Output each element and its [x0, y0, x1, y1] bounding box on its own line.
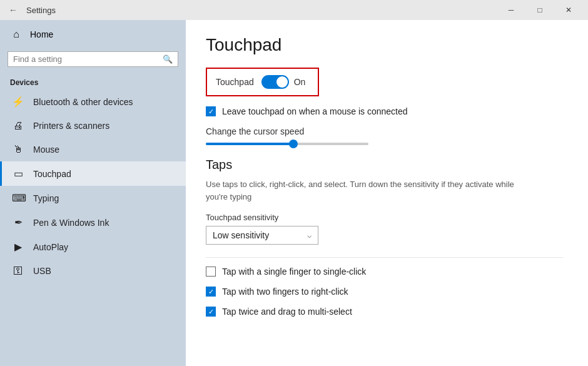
- tap-twice-checkbox[interactable]: ✓: [206, 307, 216, 317]
- divider: [206, 257, 563, 258]
- search-box[interactable]: 🔍: [8, 51, 178, 67]
- leave-touchpad-check-icon: ✓: [208, 108, 214, 116]
- sidebar-item-typing[interactable]: ⌨ Typing: [0, 186, 186, 210]
- sensitivity-value: Low sensitivity: [213, 230, 269, 240]
- slider-filled: [206, 143, 293, 145]
- tap-twice-label: Tap twice and drag to multi-select: [222, 307, 352, 317]
- tap-two-label: Tap with two fingers to right-click: [222, 287, 348, 297]
- tap-single-row: Tap with a single finger to single-click: [206, 267, 563, 277]
- taps-title: Taps: [206, 158, 563, 172]
- title-bar: ← Settings ─ □ ✕: [0, 0, 588, 20]
- cursor-speed-label: Change the cursor speed: [206, 126, 563, 136]
- sidebar-item-touchpad[interactable]: ▭ Touchpad: [0, 161, 186, 186]
- tap-twice-row: ✓ Tap twice and drag to multi-select: [206, 307, 563, 317]
- sidebar-item-touchpad-label: Touchpad: [33, 169, 71, 179]
- tap-two-row: ✓ Tap with two fingers to right-click: [206, 287, 563, 297]
- autoplay-icon: ▶: [12, 241, 24, 253]
- sidebar-item-typing-label: Typing: [33, 193, 59, 203]
- usb-icon: ⚿: [12, 265, 24, 277]
- tap-two-checkbox[interactable]: ✓: [206, 287, 216, 297]
- content-area: Touchpad Touchpad On ✓ Leave touchpad on…: [186, 20, 588, 366]
- tap-twice-check-icon: ✓: [208, 308, 214, 316]
- sidebar-item-pen-label: Pen & Windows Ink: [33, 218, 109, 228]
- close-button[interactable]: ✕: [554, 0, 583, 20]
- taps-description: Use taps to click, right-click, and sele…: [206, 178, 531, 203]
- sidebar-item-printers[interactable]: 🖨 Printers & scanners: [0, 114, 186, 138]
- slider-thumb[interactable]: [289, 140, 298, 148]
- typing-icon: ⌨: [12, 192, 24, 204]
- touchpad-icon: ▭: [12, 168, 24, 180]
- search-input[interactable]: [13, 54, 158, 64]
- tap-single-label: Tap with a single finger to single-click: [222, 267, 366, 277]
- pen-icon: ✒: [12, 216, 24, 228]
- toggle-on-label: On: [294, 77, 306, 87]
- sensitivity-dropdown[interactable]: Low sensitivity ⌵: [206, 226, 318, 245]
- leave-touchpad-checkbox[interactable]: ✓: [206, 106, 216, 116]
- toggle-container: On: [261, 75, 306, 89]
- maximize-button[interactable]: □: [525, 0, 554, 20]
- bluetooth-icon: ⚡: [12, 96, 24, 108]
- sidebar-section-label: Devices: [0, 72, 186, 89]
- sidebar-item-mouse-label: Mouse: [33, 145, 59, 155]
- sidebar-item-autoplay-label: AutoPlay: [33, 242, 68, 252]
- sidebar-item-pen[interactable]: ✒ Pen & Windows Ink: [0, 210, 186, 235]
- back-button[interactable]: ←: [5, 4, 21, 16]
- sidebar-item-usb[interactable]: ⚿ USB: [0, 259, 186, 283]
- touchpad-toggle-switch[interactable]: [261, 75, 289, 89]
- sidebar-item-printers-label: Printers & scanners: [33, 121, 109, 131]
- main-layout: ⌂ Home 🔍 Devices ⚡ Bluetooth & other dev…: [0, 20, 588, 366]
- sidebar-item-mouse[interactable]: 🖱 Mouse: [0, 138, 186, 161]
- sidebar-item-usb-label: USB: [33, 266, 51, 276]
- title-bar-controls: ─ □ ✕: [497, 0, 583, 20]
- touchpad-toggle-box: Touchpad On: [206, 68, 319, 96]
- touchpad-toggle-label: Touchpad: [216, 77, 254, 87]
- cursor-speed-slider[interactable]: [206, 143, 368, 145]
- minimize-button[interactable]: ─: [497, 0, 525, 20]
- title-bar-nav: ← Settings: [5, 4, 497, 16]
- home-icon: ⌂: [10, 29, 23, 40]
- sidebar-item-home[interactable]: ⌂ Home: [0, 20, 186, 49]
- title-bar-title: Settings: [26, 6, 56, 15]
- sensitivity-label: Touchpad sensitivity: [206, 213, 563, 222]
- sidebar-item-bluetooth-label: Bluetooth & other devices: [33, 97, 133, 107]
- sidebar-item-autoplay[interactable]: ▶ AutoPlay: [0, 235, 186, 259]
- tap-two-check-icon: ✓: [208, 288, 214, 296]
- leave-touchpad-row: ✓ Leave touchpad on when a mouse is conn…: [206, 106, 563, 116]
- leave-touchpad-label: Leave touchpad on when a mouse is connec…: [222, 106, 408, 116]
- tap-single-checkbox[interactable]: [206, 267, 216, 277]
- home-label: Home: [30, 29, 53, 39]
- page-title: Touchpad: [206, 35, 563, 55]
- dropdown-arrow-icon: ⌵: [307, 231, 312, 240]
- sensitivity-container: Touchpad sensitivity Low sensitivity ⌵: [206, 213, 563, 245]
- sidebar-item-bluetooth[interactable]: ⚡ Bluetooth & other devices: [0, 89, 186, 114]
- printers-icon: 🖨: [12, 120, 24, 131]
- mouse-icon: 🖱: [12, 144, 24, 155]
- search-icon: 🔍: [163, 54, 173, 64]
- sidebar: ⌂ Home 🔍 Devices ⚡ Bluetooth & other dev…: [0, 20, 186, 366]
